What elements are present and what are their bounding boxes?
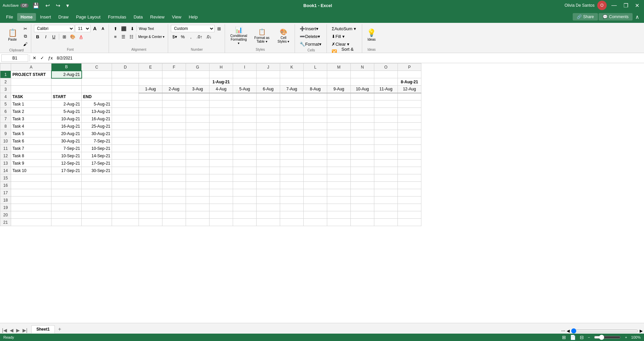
col-header-m[interactable]: M [327, 63, 351, 71]
cell-G14[interactable] [186, 167, 210, 174]
cell-L11[interactable] [304, 145, 327, 152]
cell-E3[interactable]: 1-Aug [139, 86, 162, 93]
cell-F15[interactable] [162, 174, 186, 182]
cell-I6[interactable] [233, 108, 257, 115]
menu-page-layout[interactable]: Page Layout [73, 13, 104, 21]
row-header-3[interactable]: 3 [0, 86, 11, 93]
col-header-k[interactable]: K [280, 63, 304, 71]
cell-P14[interactable] [398, 167, 421, 174]
cell-G7[interactable] [186, 115, 210, 123]
cell-L13[interactable] [304, 160, 327, 167]
cell-G5[interactable] [186, 100, 210, 108]
cell-N8[interactable] [351, 123, 374, 130]
cell-G21[interactable] [186, 219, 210, 226]
cell-H13[interactable] [210, 160, 233, 167]
row-header-11[interactable]: 11 [0, 145, 11, 152]
cell-O7[interactable] [374, 115, 398, 123]
cell-H21[interactable] [210, 219, 233, 226]
cell-O10[interactable] [374, 137, 398, 145]
cell-M20[interactable] [327, 211, 351, 219]
cell-L12[interactable] [304, 152, 327, 160]
cell-C17[interactable] [82, 189, 112, 197]
cell-A16[interactable] [11, 182, 51, 189]
cell-I3[interactable]: 5-Aug [233, 86, 257, 93]
zoom-slider[interactable] [594, 335, 621, 340]
cell-D5[interactable] [112, 100, 139, 108]
cell-M6[interactable] [327, 108, 351, 115]
cell-B14[interactable]: 17-Sep-21 [51, 167, 82, 174]
cell-B6[interactable]: 5-Aug-21 [51, 108, 82, 115]
cell-H16[interactable] [210, 182, 233, 189]
cell-P7[interactable] [398, 115, 421, 123]
cell-H4[interactable] [210, 93, 233, 100]
fill-color-button[interactable]: 🎨 [69, 33, 77, 40]
cell-J3[interactable]: 6-Aug [257, 86, 280, 93]
cell-G17[interactable] [186, 189, 210, 197]
cell-P16[interactable] [398, 182, 421, 189]
cell-L15[interactable] [304, 174, 327, 182]
cell-M7[interactable] [327, 115, 351, 123]
cell-E9[interactable] [139, 130, 162, 137]
cell-K19[interactable] [280, 204, 304, 211]
cell-K2[interactable] [280, 78, 304, 86]
row-header-17[interactable]: 17 [0, 189, 11, 197]
cell-C6[interactable]: 13-Aug-21 [82, 108, 112, 115]
cell-H20[interactable] [210, 211, 233, 219]
cell-A5[interactable]: Task 1 [11, 100, 51, 108]
cell-M19[interactable] [327, 204, 351, 211]
number-format-select[interactable]: Custom General Number Currency Accountin… [171, 25, 215, 32]
cell-H14[interactable] [210, 167, 233, 174]
cell-E15[interactable] [139, 174, 162, 182]
menu-draw[interactable]: Draw [55, 13, 72, 21]
percent-button[interactable]: % [179, 33, 187, 40]
cell-J5[interactable] [257, 100, 280, 108]
cut-button[interactable]: ✂ [22, 25, 29, 32]
cell-M5[interactable] [327, 100, 351, 108]
cell-L5[interactable] [304, 100, 327, 108]
redo-button[interactable]: ↪ [54, 2, 62, 9]
cell-L1[interactable] [304, 71, 327, 78]
insert-function-button[interactable]: ƒx [47, 55, 54, 61]
row-header-14[interactable]: 14 [0, 167, 11, 174]
col-header-d[interactable]: D [112, 63, 139, 71]
cell-M12[interactable] [327, 152, 351, 160]
cell-C5[interactable]: 5-Aug-21 [82, 100, 112, 108]
comments-button[interactable]: 💬 Comments [599, 13, 633, 20]
cell-B20[interactable] [51, 211, 82, 219]
cell-L7[interactable] [304, 115, 327, 123]
cell-N13[interactable] [351, 160, 374, 167]
cell-O2[interactable] [374, 78, 398, 86]
cell-F3[interactable]: 2-Aug [162, 86, 186, 93]
cell-H10[interactable] [210, 137, 233, 145]
cell-A3[interactable] [11, 86, 51, 93]
cell-F17[interactable] [162, 189, 186, 197]
cell-K17[interactable] [280, 189, 304, 197]
cell-B8[interactable]: 16-Aug-21 [51, 123, 82, 130]
row-header-15[interactable]: 15 [0, 174, 11, 182]
zoom-level-plus[interactable]: + [625, 335, 627, 339]
share-button[interactable]: 🔗 Share [573, 13, 598, 20]
row-header-12[interactable]: 12 [0, 152, 11, 160]
cell-J2[interactable] [257, 78, 280, 86]
cell-G13[interactable] [186, 160, 210, 167]
scroll-left-button[interactable]: ◀ [567, 329, 570, 333]
cell-F8[interactable] [162, 123, 186, 130]
col-header-o[interactable]: O [374, 63, 398, 71]
cell-J16[interactable] [257, 182, 280, 189]
cell-P21[interactable] [398, 219, 421, 226]
cell-L6[interactable] [304, 108, 327, 115]
cell-H9[interactable] [210, 130, 233, 137]
cell-M18[interactable] [327, 197, 351, 204]
cell-B10[interactable]: 30-Aug-21 [51, 137, 82, 145]
cell-L19[interactable] [304, 204, 327, 211]
cell-N7[interactable] [351, 115, 374, 123]
restore-button[interactable]: ❐ [621, 2, 630, 9]
cell-M9[interactable] [327, 130, 351, 137]
cell-M16[interactable] [327, 182, 351, 189]
cell-D1[interactable] [112, 71, 139, 78]
row-header-13[interactable]: 13 [0, 160, 11, 167]
col-header-b[interactable]: B [51, 63, 82, 71]
cell-N6[interactable] [351, 108, 374, 115]
cell-G9[interactable] [186, 130, 210, 137]
cell-G12[interactable] [186, 152, 210, 160]
